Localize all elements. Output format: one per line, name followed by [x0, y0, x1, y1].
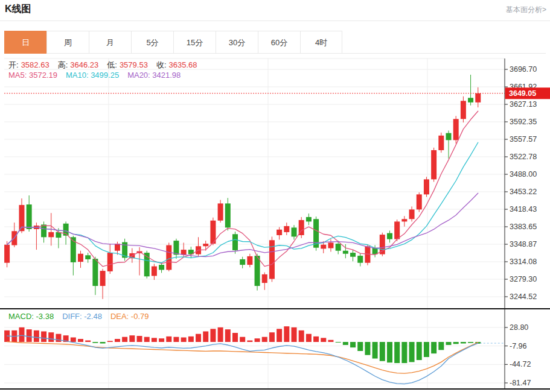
candle[interactable]: [357, 253, 363, 267]
y-axis-label: 3348.87: [510, 240, 537, 248]
macd-legend-2: DEA: -0.79: [110, 312, 149, 321]
macd-hist-bar: [129, 335, 135, 342]
y-axis-label: 3244.52: [510, 292, 537, 301]
y-axis-label: 3696.70: [510, 65, 537, 74]
candle[interactable]: [240, 257, 245, 268]
candle[interactable]: [85, 253, 91, 263]
macd-hist-bar: [19, 327, 24, 342]
candle[interactable]: [173, 239, 179, 259]
y-axis-label: 3453.22: [510, 188, 537, 196]
candle[interactable]: [262, 273, 267, 290]
ma-legend-1: MA10: 3499.25: [66, 71, 119, 80]
candle[interactable]: [387, 230, 392, 242]
macd-info-bar: MACD: -3.38DIFF: -2.48DEA: -0.79: [8, 312, 157, 321]
candle[interactable]: [431, 148, 436, 182]
macd-hist-bar: [240, 337, 245, 342]
kline-chart-canvas[interactable]: 3696.703661.923627.133592.353557.573522.…: [0, 0, 550, 392]
macd-legend-1: DIFF: -2.48: [62, 312, 102, 321]
candle[interactable]: [27, 195, 32, 232]
candle[interactable]: [115, 242, 120, 255]
candle[interactable]: [417, 192, 422, 212]
candle[interactable]: [19, 198, 24, 233]
macd-hist-bar: [262, 337, 267, 342]
candle[interactable]: [453, 116, 459, 144]
candle[interactable]: [461, 96, 466, 122]
candle[interactable]: [4, 241, 10, 267]
candle[interactable]: [424, 177, 429, 197]
candle[interactable]: [107, 244, 113, 274]
macd-hist-bar: [173, 337, 179, 342]
macd-hist-bar: [409, 342, 415, 362]
candle[interactable]: [218, 200, 223, 223]
dea-line: [7, 342, 478, 374]
candle[interactable]: [232, 232, 238, 254]
ohlc-label-1: 高:: [58, 60, 68, 69]
candle[interactable]: [468, 75, 473, 106]
macd-hist-bar: [380, 342, 385, 361]
macd-hist-bar: [41, 331, 46, 342]
ohlc-value-2: 3579.53: [120, 60, 148, 69]
y-axis-label: 3522.78: [510, 153, 537, 161]
candle[interactable]: [269, 236, 275, 282]
candle[interactable]: [350, 250, 356, 261]
macd-hist-bar: [336, 342, 341, 343]
macd-hist-bar: [394, 342, 400, 363]
y-axis-label: 3627.13: [510, 100, 537, 109]
candle[interactable]: [247, 254, 252, 268]
candle[interactable]: [409, 206, 415, 221]
candle[interactable]: [292, 225, 297, 239]
candle[interactable]: [299, 217, 304, 238]
candle[interactable]: [277, 227, 282, 240]
y-axis-label: 3488.00: [510, 170, 537, 179]
macd-hist-bar: [277, 329, 282, 342]
candle[interactable]: [122, 239, 127, 261]
candle[interactable]: [365, 245, 370, 265]
macd-hist-bar: [115, 339, 120, 342]
macd-hist-bar: [343, 342, 348, 345]
candle[interactable]: [152, 264, 157, 280]
candle[interactable]: [328, 239, 333, 252]
candle[interactable]: [380, 233, 385, 256]
ma-info-bar: MA5: 3572.19MA10: 3499.25MA20: 3421.98: [8, 71, 189, 80]
macd-hist-bar: [71, 337, 76, 342]
macd-hist-bar: [313, 337, 319, 342]
macd-hist-bar: [27, 329, 32, 342]
candle[interactable]: [196, 237, 201, 256]
candle[interactable]: [92, 257, 98, 295]
macd-hist-bar: [188, 337, 194, 342]
candle[interactable]: [225, 198, 231, 230]
y-axis-label: 3279.30: [510, 275, 537, 283]
macd-hist-bar: [137, 336, 142, 342]
ma10-line: [7, 142, 478, 263]
candle[interactable]: [438, 133, 444, 153]
candle[interactable]: [100, 269, 106, 299]
macd-hist-bar: [122, 337, 127, 342]
candle[interactable]: [166, 242, 171, 271]
macd-hist-bar: [401, 342, 407, 363]
y-axis-label: 3418.43: [510, 205, 537, 213]
macd-hist-bar: [210, 329, 216, 342]
candle[interactable]: [306, 213, 312, 225]
ohlc-label-3: 收:: [156, 60, 167, 69]
y-axis-label: 3592.35: [510, 118, 537, 126]
macd-hist-bar: [446, 342, 452, 345]
ma-legend-0: MA5: 3572.19: [8, 71, 57, 80]
candle[interactable]: [41, 221, 46, 242]
ma5-line: [7, 111, 478, 266]
candle[interactable]: [401, 216, 407, 227]
macd-hist-bar: [299, 330, 304, 342]
macd-hist-bar: [247, 340, 252, 342]
candle[interactable]: [78, 251, 83, 268]
candle[interactable]: [284, 223, 289, 235]
candle[interactable]: [446, 130, 452, 159]
macd-hist-bar: [306, 334, 312, 342]
y-axis-label: 3557.57: [510, 135, 537, 144]
macd-hist-bar: [461, 342, 466, 344]
candle[interactable]: [159, 263, 164, 273]
ohlc-label-2: 低:: [107, 60, 117, 69]
y-axis-label: -44.72: [510, 360, 531, 368]
macd-hist-bar: [328, 340, 333, 342]
candle[interactable]: [313, 217, 319, 251]
macd-hist-bar: [166, 337, 171, 342]
macd-hist-bar: [387, 342, 392, 362]
